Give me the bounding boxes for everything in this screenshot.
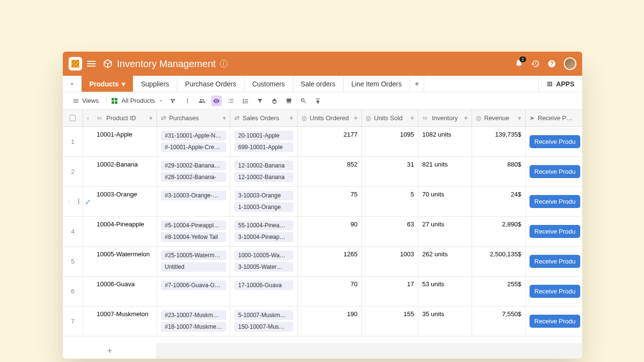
- row-expand[interactable]: [83, 127, 93, 156]
- row-selector[interactable]: 6: [63, 277, 83, 306]
- linked-record-chip[interactable]: #8-10004-Yellow Tail: [161, 232, 226, 242]
- linked-record-chip[interactable]: #25-10005-Waterm…: [161, 251, 226, 260]
- linked-record-chip[interactable]: #7-10006-Guava-G…: [161, 280, 226, 290]
- linked-record-chip[interactable]: 17-10006-Guava: [234, 280, 293, 290]
- chevron-down-icon[interactable]: ▾: [122, 80, 125, 88]
- row-selector[interactable]: 1: [63, 127, 83, 156]
- row-expand[interactable]: [83, 217, 93, 246]
- receive-product-button[interactable]: Receive Produ: [530, 165, 580, 178]
- cell-sales-orders[interactable]: 17-10006-Guava: [230, 277, 298, 306]
- apps-button[interactable]: APPS: [538, 76, 582, 92]
- cell-product-id[interactable]: 10007-Muskmelon: [93, 306, 157, 336]
- tab-products[interactable]: Products▾: [82, 76, 133, 92]
- tab-suppliers[interactable]: Suppliers: [133, 76, 177, 92]
- chevron-down-icon[interactable]: ▾: [223, 114, 226, 122]
- cell-purchases[interactable]: #25-10005-Waterm…Untitled: [157, 247, 230, 276]
- table-row[interactable]: 510005-Watermelon#25-10005-Waterm…Untitl…: [63, 247, 582, 277]
- linked-record-chip[interactable]: #23-10007-Muskm…: [161, 310, 226, 320]
- linked-record-chip[interactable]: 12-10002-Banana: [234, 172, 293, 182]
- column-header-units-sold[interactable]: ◎ Units Sold ▾: [362, 110, 418, 126]
- select-all-checkbox[interactable]: [63, 110, 83, 126]
- more-icon[interactable]: [182, 96, 193, 106]
- linked-record-chip[interactable]: #29-10002-Banana…: [161, 161, 226, 170]
- chevron-down-icon[interactable]: ▾: [290, 114, 293, 122]
- cell-revenue[interactable]: 2,890$: [472, 217, 526, 246]
- cell-units-ordered[interactable]: 75: [298, 187, 362, 216]
- cell-purchases[interactable]: #29-10002-Banana…#28-10002-Banana-: [157, 157, 230, 186]
- views-button[interactable]: Views: [69, 95, 102, 106]
- cell-units-ordered[interactable]: 90: [298, 217, 362, 246]
- cell-product-id[interactable]: 10001-Apple: [93, 127, 157, 156]
- linked-record-chip[interactable]: 3-10004-Pineap…: [234, 232, 293, 242]
- cell-units-sold[interactable]: 63: [362, 217, 418, 246]
- cell-revenue[interactable]: 7,550$: [472, 306, 526, 336]
- avatar[interactable]: [564, 57, 576, 70]
- cell-units-ordered[interactable]: 1265: [298, 247, 362, 276]
- row-expand[interactable]: [83, 157, 93, 186]
- cell-revenue[interactable]: 255$: [472, 277, 526, 306]
- cell-units-sold[interactable]: 17: [362, 277, 418, 306]
- row-checkbox[interactable]: [78, 198, 79, 205]
- cell-purchases[interactable]: #31-10001-Apple-N…#-10001-Apple-Cre…: [157, 127, 230, 156]
- search-icon[interactable]: [298, 96, 309, 106]
- chevron-down-icon[interactable]: ▾: [411, 114, 414, 122]
- row-selector[interactable]: 7: [63, 306, 83, 336]
- linked-record-chip[interactable]: 1-10003-Orange: [234, 202, 293, 212]
- cell-sales-orders[interactable]: 20-10001-Apple699-10001-Apple: [230, 127, 298, 156]
- cell-inventory[interactable]: 1082 units: [418, 127, 472, 156]
- linked-record-chip[interactable]: 12-10002-Banana: [234, 161, 293, 170]
- linked-record-chip[interactable]: 699-10001-Apple: [234, 142, 293, 152]
- linked-record-chip[interactable]: #31-10001-Apple-N…: [161, 131, 226, 140]
- row-expand[interactable]: [83, 277, 93, 306]
- menu-icon[interactable]: [87, 61, 96, 67]
- receive-product-button[interactable]: Receive Produ: [530, 255, 580, 268]
- cell-units-ordered[interactable]: 190: [298, 306, 362, 336]
- cell-product-id[interactable]: 10005-Watermelon: [93, 247, 157, 276]
- cell-units-sold[interactable]: 155: [362, 306, 418, 336]
- tab-customers[interactable]: Customers: [244, 76, 293, 92]
- cell-sales-orders[interactable]: 1000-10005-Wa…3-10005-Water…: [230, 247, 298, 276]
- cell-purchases[interactable]: #7-10006-Guava-G…: [157, 277, 230, 306]
- add-row-button[interactable]: +: [63, 343, 157, 359]
- cell-revenue[interactable]: 880$: [472, 157, 526, 186]
- linked-record-chip[interactable]: 150-10007-Mus…: [234, 322, 293, 332]
- linked-record-chip[interactable]: Untitled: [161, 262, 226, 272]
- cell-units-sold[interactable]: 31: [362, 157, 418, 186]
- notifications-button[interactable]: 2: [515, 58, 523, 69]
- column-header-purchases[interactable]: ⇄ Purchases ▾: [157, 110, 230, 126]
- table-row[interactable]: 610006-Guava#7-10006-Guava-G…17-10006-Gu…: [63, 277, 582, 306]
- tabs-collapse-button[interactable]: [63, 76, 82, 92]
- cell-sales-orders[interactable]: 12-10002-Banana12-10002-Banana: [230, 157, 298, 186]
- row-expand[interactable]: [83, 247, 93, 276]
- info-icon[interactable]: i: [220, 60, 228, 68]
- cell-sales-orders[interactable]: 5-10007-Muskm…150-10007-Mus…: [230, 306, 298, 336]
- linked-record-chip[interactable]: 5-10007-Muskm…: [234, 310, 293, 320]
- hide-fields-icon[interactable]: [211, 96, 222, 106]
- help-icon[interactable]: [547, 59, 556, 68]
- linked-record-chip[interactable]: 3-10003-Orange: [234, 191, 293, 200]
- row-expand[interactable]: ⤢: [83, 187, 93, 216]
- linked-record-chip[interactable]: 20-10001-Apple: [234, 131, 293, 140]
- cell-product-id[interactable]: 10006-Guava: [93, 277, 157, 306]
- cell-product-id[interactable]: 10003-Orange: [93, 187, 157, 216]
- cell-revenue[interactable]: 24$: [472, 187, 526, 216]
- cell-purchases[interactable]: #23-10007-Muskm…#18-10007-Muskme…: [157, 306, 230, 336]
- linked-record-chip[interactable]: #3-10003-Orange-…: [161, 191, 226, 200]
- cell-revenue[interactable]: 139,735$: [472, 127, 526, 156]
- tab-line-item-orders[interactable]: Line Item Orders: [343, 76, 410, 92]
- view-selector[interactable]: All Products: [111, 97, 163, 105]
- app-logo[interactable]: [69, 57, 82, 70]
- cell-units-ordered[interactable]: 852: [298, 157, 362, 186]
- linked-record-chip[interactable]: #28-10002-Banana-: [161, 172, 226, 182]
- column-header-product-id[interactable]: f(x) Product ID ▾: [93, 110, 157, 126]
- table-row[interactable]: 210002-Banana#29-10002-Banana…#28-10002-…: [63, 157, 582, 187]
- cell-units-ordered[interactable]: 2177: [298, 127, 362, 156]
- linked-record-chip[interactable]: 1000-10005-Wa…: [234, 251, 293, 260]
- cell-purchases[interactable]: #5-10004-Pineappl…#8-10004-Yellow Tail: [157, 217, 230, 246]
- add-tab-button[interactable]: +: [410, 76, 424, 92]
- row-expand[interactable]: [83, 306, 93, 336]
- table-row[interactable]: ⋮⋮⤢10003-Orange#3-10003-Orange-…3-10003-…: [63, 187, 582, 217]
- expand-icon[interactable]: ⤢: [85, 198, 91, 206]
- linked-record-chip[interactable]: #-10001-Apple-Cre…: [161, 142, 226, 152]
- linked-record-chip[interactable]: 55-10004-Pinea…: [234, 221, 293, 230]
